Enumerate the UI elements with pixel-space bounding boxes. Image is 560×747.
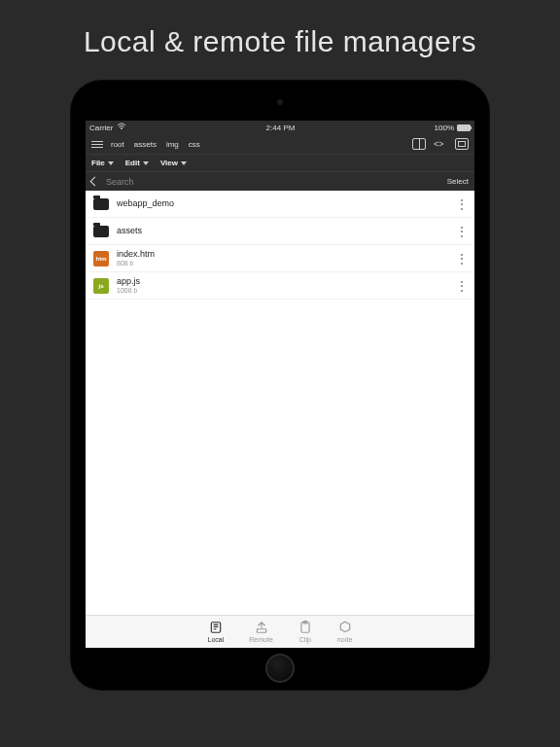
tab-remote[interactable]: Remote bbox=[249, 621, 273, 643]
tab-label: Local bbox=[208, 636, 225, 643]
breadcrumb: root assets img css bbox=[111, 140, 200, 149]
back-icon[interactable] bbox=[90, 177, 100, 187]
select-button[interactable]: Select bbox=[447, 177, 469, 186]
hamburger-icon[interactable] bbox=[91, 141, 103, 148]
js-file-icon: js bbox=[93, 278, 109, 294]
svg-rect-2 bbox=[257, 629, 265, 633]
battery-icon bbox=[457, 124, 471, 131]
carrier-label: Carrier bbox=[89, 124, 113, 132]
file-name: assets bbox=[117, 226, 142, 235]
battery-percent: 100% bbox=[435, 124, 454, 132]
list-item[interactable]: js app.js 1008 b ⋮ bbox=[86, 272, 474, 300]
local-icon bbox=[209, 621, 223, 634]
app-top-bar: root assets img css <> bbox=[86, 134, 474, 154]
preview-icon[interactable] bbox=[455, 138, 469, 150]
tab-label: Remote bbox=[249, 636, 273, 643]
tab-label: Clip bbox=[299, 636, 311, 643]
file-list: webapp_demo ⋮ assets ⋮ htm index.htm 808… bbox=[86, 191, 474, 615]
svg-point-0 bbox=[121, 127, 122, 129]
more-icon[interactable]: ⋮ bbox=[456, 279, 467, 293]
menu-edit[interactable]: Edit bbox=[125, 159, 149, 167]
device-camera bbox=[277, 99, 283, 105]
crumb-assets[interactable]: assets bbox=[134, 140, 157, 149]
file-name: index.htm bbox=[117, 249, 155, 259]
chevron-down-icon bbox=[108, 161, 114, 165]
crumb-css[interactable]: css bbox=[189, 140, 200, 149]
search-input[interactable]: Search bbox=[106, 177, 134, 187]
list-item[interactable]: htm index.htm 808 b ⋮ bbox=[86, 245, 474, 272]
split-view-icon[interactable] bbox=[412, 138, 426, 150]
file-name: app.js bbox=[117, 276, 140, 286]
bottom-tab-bar: Local Remote Clip node bbox=[86, 615, 474, 648]
list-item[interactable]: assets ⋮ bbox=[86, 218, 474, 245]
menu-bar: File Edit View bbox=[86, 154, 474, 171]
crumb-root[interactable]: root bbox=[111, 140, 124, 149]
tab-clip[interactable]: Clip bbox=[298, 621, 312, 643]
file-size: 1008 b bbox=[117, 287, 140, 295]
code-icon[interactable]: <> bbox=[434, 138, 447, 150]
more-icon[interactable]: ⋮ bbox=[456, 197, 467, 211]
folder-icon bbox=[93, 226, 109, 237]
tab-local[interactable]: Local bbox=[208, 621, 225, 643]
folder-icon bbox=[93, 198, 109, 210]
app-screen: Carrier 2:44 PM 100% root assets img css… bbox=[86, 121, 474, 648]
tablet-frame: Carrier 2:44 PM 100% root assets img css… bbox=[70, 80, 490, 691]
list-item[interactable]: webapp_demo ⋮ bbox=[86, 191, 474, 218]
file-name: webapp_demo bbox=[117, 198, 174, 208]
search-bar: Search Select bbox=[86, 171, 474, 191]
menu-file[interactable]: File bbox=[91, 159, 114, 167]
file-size: 808 b bbox=[117, 260, 155, 267]
more-icon[interactable]: ⋮ bbox=[456, 225, 467, 238]
clip-icon bbox=[298, 621, 312, 634]
clock-label: 2:44 PM bbox=[126, 124, 434, 132]
home-button[interactable] bbox=[265, 654, 295, 683]
page-headline: Local & remote file managers bbox=[0, 0, 560, 80]
more-icon[interactable]: ⋮ bbox=[456, 252, 467, 266]
chevron-down-icon bbox=[181, 161, 187, 165]
htm-file-icon: htm bbox=[93, 251, 109, 267]
chevron-down-icon bbox=[143, 161, 149, 165]
ios-status-bar: Carrier 2:44 PM 100% bbox=[86, 121, 474, 134]
menu-view[interactable]: View bbox=[160, 159, 187, 167]
tab-label: node bbox=[337, 636, 353, 643]
node-icon bbox=[338, 621, 352, 634]
tab-node[interactable]: node bbox=[337, 621, 353, 643]
wifi-icon bbox=[117, 123, 126, 132]
remote-icon bbox=[255, 621, 268, 634]
crumb-img[interactable]: img bbox=[166, 140, 179, 149]
